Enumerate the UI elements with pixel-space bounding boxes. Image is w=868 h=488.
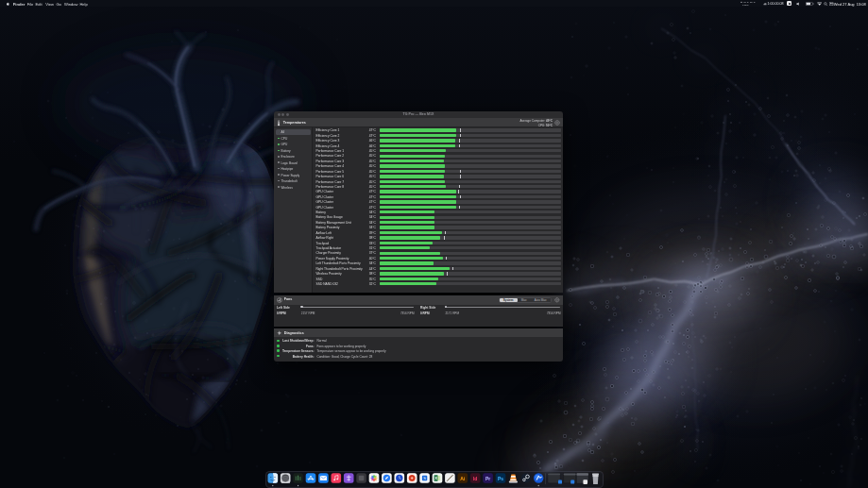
svg-text:Pr: Pr bbox=[485, 476, 490, 481]
svg-text:Ps: Ps bbox=[498, 476, 503, 481]
svg-text:Ai: Ai bbox=[460, 476, 466, 481]
svg-text:Id: Id bbox=[473, 476, 477, 481]
svg-text:X: X bbox=[434, 476, 437, 480]
svg-text:S: S bbox=[423, 476, 426, 480]
